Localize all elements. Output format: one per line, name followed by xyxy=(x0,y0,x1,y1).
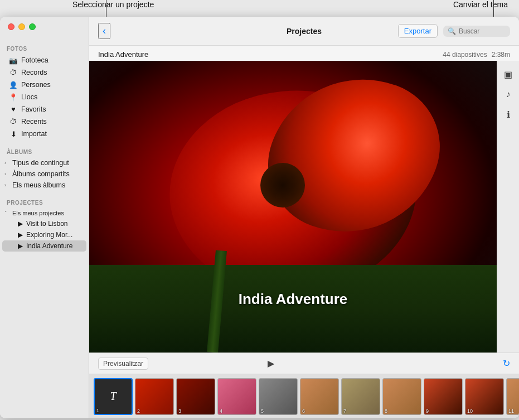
sidebar-fotos-section: Fotos xyxy=(0,41,89,54)
annotation-change-theme: Canviar el tema xyxy=(453,0,508,9)
chevron-right-icon: › xyxy=(4,182,10,188)
preview-button[interactable]: Previsualitzar xyxy=(98,358,148,370)
importat-icon: ⬇ xyxy=(9,129,18,138)
filmstrip: T 1 2 3 4 5 xyxy=(89,374,519,418)
thumb-number: 6 xyxy=(302,408,305,414)
back-button[interactable]: ‹ xyxy=(98,23,110,39)
sidebar-item-lisbon[interactable]: ▶ Visit to Lisbon xyxy=(2,218,86,229)
sidebar-item-label: Records xyxy=(21,69,47,76)
window-controls xyxy=(8,23,36,30)
sidebar-sub-item-label: India Adventure xyxy=(26,242,72,250)
project-header: India Adventure 44 diapositives 2:38m xyxy=(89,46,519,61)
search-icon: 🔍 xyxy=(448,27,456,35)
filmstrip-thumb-1[interactable]: T 1 xyxy=(94,378,133,415)
sidebar-group-tipus[interactable]: › Tipus de contingut xyxy=(0,157,89,168)
thumb-number: 3 xyxy=(178,408,181,414)
main-content: ‹ Projectes Exportar 🔍 India Adventure 4… xyxy=(89,17,519,418)
duration: 2:38m xyxy=(492,51,510,59)
sidebar-item-records[interactable]: ⏱ Records xyxy=(2,66,86,79)
thumb-number: 1 xyxy=(96,408,99,413)
filmstrip-thumb-6[interactable]: 6 xyxy=(300,378,339,415)
sidebar-item-india[interactable]: ▶ India Adventure xyxy=(2,240,86,252)
flower-center xyxy=(260,163,305,207)
project-meta: 44 diapositives 2:38m xyxy=(443,51,510,59)
loop-button[interactable]: ↻ xyxy=(503,358,510,369)
sidebar-group-label: Tipus de contingut xyxy=(12,159,69,167)
sidebar-item-label: Llocs xyxy=(21,93,37,101)
sidebar-item-llocs[interactable]: 📍 Llocs xyxy=(2,91,86,103)
thumb-number: 5 xyxy=(261,408,264,414)
project-icon: ▶ xyxy=(18,231,23,239)
favorits-icon: ♥ xyxy=(9,105,18,114)
chevron-down-icon: ˅ xyxy=(4,210,10,216)
sidebar-item-label: Fototeca xyxy=(21,56,48,64)
sidebar-sub-item-label: Exploring Mor... xyxy=(26,231,72,239)
persones-icon: 👤 xyxy=(9,80,18,89)
preview-container: India Adventure ▣ ♪ ℹ xyxy=(89,61,519,353)
sidebar-item-label: Importat xyxy=(21,130,47,138)
thumb-number: 2 xyxy=(137,408,140,414)
sidebar-item-label: Persones xyxy=(21,81,51,89)
sidebar-group-meus[interactable]: › Els meus àlbums xyxy=(0,180,89,191)
right-panel: ▣ ♪ ℹ xyxy=(497,61,519,353)
title-slide-icon: T xyxy=(110,390,116,403)
llocs-icon: 📍 xyxy=(9,93,18,102)
filmstrip-thumb-9[interactable]: 9 xyxy=(424,378,463,415)
toolbar-title: Projectes xyxy=(287,27,322,36)
chevron-right-icon: › xyxy=(4,171,10,177)
slideshow-preview: India Adventure xyxy=(89,61,497,353)
export-button[interactable]: Exportar xyxy=(398,24,438,38)
sidebar-sub-item-label: Visit to Lisbon xyxy=(26,220,68,228)
filmstrip-thumb-10[interactable]: 10 xyxy=(465,378,504,415)
sidebar-group-projectes[interactable]: ˅ Els meus projectes xyxy=(0,208,89,218)
sidebar: Fotos 📷 Fototeca ⏱ Records 👤 Persones 📍 … xyxy=(0,17,89,418)
chevron-right-icon: › xyxy=(4,160,10,166)
filmstrip-thumb-11[interactable]: 11 xyxy=(506,378,519,415)
sidebar-group-compartits[interactable]: › Àlbums compartits xyxy=(0,168,89,180)
slide-title: India Adventure xyxy=(239,291,348,308)
sidebar-group-label: Àlbums compartits xyxy=(12,170,70,178)
project-icon: ▶ xyxy=(18,220,23,228)
sidebar-item-exploring[interactable]: ▶ Exploring Mor... xyxy=(2,229,86,240)
toolbar-right: Exportar 🔍 xyxy=(398,24,510,38)
close-button[interactable] xyxy=(8,23,14,30)
filmstrip-thumb-3[interactable]: 3 xyxy=(176,378,215,415)
records-icon: ⏱ xyxy=(9,68,18,77)
app-window: Fotos 📷 Fototeca ⏱ Records 👤 Persones 📍 … xyxy=(0,17,519,418)
project-name: India Adventure xyxy=(98,50,148,59)
sidebar-item-fototeca[interactable]: 📷 Fototeca xyxy=(2,54,86,66)
sidebar-item-recents[interactable]: ⏱ Recents xyxy=(2,115,86,128)
thumb-number: 8 xyxy=(385,408,387,414)
project-area: India Adventure 44 diapositives 2:38m In… xyxy=(89,46,519,418)
filmstrip-thumb-2[interactable]: 2 xyxy=(135,378,174,415)
toolbar: ‹ Projectes Exportar 🔍 xyxy=(89,17,519,46)
panels-button[interactable]: ▣ xyxy=(499,65,517,83)
project-icon: ▶ xyxy=(18,242,23,250)
thumb-number: 4 xyxy=(220,408,222,414)
play-button[interactable]: ▶ xyxy=(264,357,278,370)
search-input[interactable] xyxy=(459,27,506,35)
controls-bar: Previsualitzar ▶ ↻ xyxy=(89,353,519,374)
annotation-select-project: Seleccionar un projecte xyxy=(72,0,154,9)
filmstrip-thumb-5[interactable]: 5 xyxy=(259,378,298,415)
sidebar-projects-group-label: Els meus projectes xyxy=(12,210,64,216)
annotation-line-theme xyxy=(493,0,494,18)
sidebar-item-favorits[interactable]: ♥ Favorits xyxy=(2,103,86,115)
search-bar[interactable]: 🔍 xyxy=(443,26,510,37)
sidebar-projectes-section: Projectes xyxy=(0,195,89,208)
slides-count: 44 diapositives xyxy=(443,51,487,59)
minimize-button[interactable] xyxy=(18,23,25,30)
maximize-button[interactable] xyxy=(29,23,36,30)
filmstrip-thumb-8[interactable]: 8 xyxy=(382,378,421,415)
filmstrip-thumb-7[interactable]: 7 xyxy=(341,378,380,415)
thumb-number: 9 xyxy=(426,408,429,414)
sidebar-item-importat[interactable]: ⬇ Importat xyxy=(2,128,86,140)
sidebar-albums-section: Àlbums xyxy=(0,144,89,157)
recents-icon: ⏱ xyxy=(9,117,18,126)
info-button[interactable]: ℹ xyxy=(499,105,517,123)
sidebar-item-persones[interactable]: 👤 Persones xyxy=(2,79,86,91)
thumb-number: 10 xyxy=(467,408,473,414)
music-button[interactable]: ♪ xyxy=(499,85,517,103)
filmstrip-thumb-4[interactable]: 4 xyxy=(217,378,256,415)
sidebar-group-label: Els meus àlbums xyxy=(12,181,65,189)
